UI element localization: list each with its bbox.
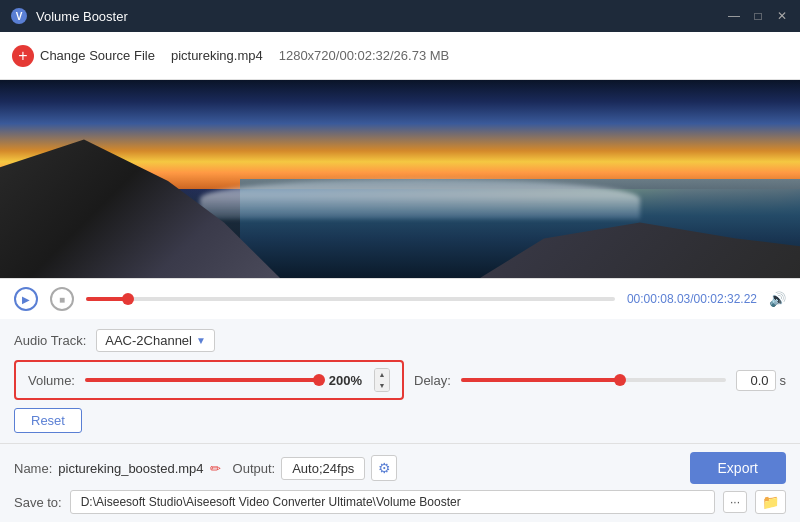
- top-bar: + Change Source File pictureking.mp4 128…: [0, 32, 800, 80]
- volume-icon[interactable]: 🔊: [769, 291, 786, 307]
- save-path: D:\Aiseesoft Studio\Aiseesoft Video Conv…: [70, 490, 715, 514]
- volume-slider[interactable]: [85, 378, 319, 382]
- save-row: Save to: D:\Aiseesoft Studio\Aiseesoft V…: [14, 490, 786, 514]
- file-name: pictureking.mp4: [171, 48, 263, 63]
- name-label: Name:: [14, 461, 52, 476]
- title-bar: V Volume Booster — □ ✕: [0, 0, 800, 32]
- audio-track-select[interactable]: AAC-2Channel ▼: [96, 329, 215, 352]
- progress-bar[interactable]: [86, 297, 615, 301]
- close-button[interactable]: ✕: [774, 8, 790, 24]
- output-row: Name: pictureking_boosted.mp4 ✏ Output: …: [14, 452, 786, 484]
- reset-row: Reset: [14, 408, 786, 433]
- delay-section: Delay: s: [414, 370, 786, 391]
- svg-text:V: V: [16, 11, 23, 22]
- save-to-label: Save to:: [14, 495, 62, 510]
- app-title: Volume Booster: [36, 9, 726, 24]
- name-field: Name: pictureking_boosted.mp4 ✏: [14, 461, 221, 476]
- bottom-bar: Name: pictureking_boosted.mp4 ✏ Output: …: [0, 443, 800, 522]
- audio-track-value: AAC-2Channel: [105, 333, 192, 348]
- file-info: 1280x720/00:02:32/26.73 MB: [279, 48, 450, 63]
- output-field: Output: Auto;24fps ⚙: [233, 455, 398, 481]
- audio-track-label: Audio Track:: [14, 333, 86, 348]
- time-display: 00:00:08.03/00:02:32.22: [627, 292, 757, 306]
- audio-track-row: Audio Track: AAC-2Channel ▼: [14, 329, 786, 352]
- settings-button[interactable]: ⚙: [371, 455, 397, 481]
- add-icon: +: [12, 45, 34, 67]
- volume-value: 200%: [329, 373, 362, 388]
- volume-box: Volume: 200% ▲ ▼: [14, 360, 404, 400]
- volume-spin-up[interactable]: ▲: [375, 369, 389, 380]
- volume-spinbox[interactable]: ▲ ▼: [374, 368, 390, 392]
- volume-slider-thumb[interactable]: [313, 374, 325, 386]
- output-value: Auto;24fps: [281, 457, 365, 480]
- open-folder-button[interactable]: 📁: [755, 490, 786, 514]
- play-button[interactable]: ▶: [14, 287, 38, 311]
- settings-area: Audio Track: AAC-2Channel ▼ Volume: 200%…: [0, 319, 800, 443]
- minimize-button[interactable]: —: [726, 8, 742, 24]
- progress-thumb[interactable]: [122, 293, 134, 305]
- video-thumbnail: [0, 80, 800, 278]
- volume-spin-down[interactable]: ▼: [375, 380, 389, 391]
- window-controls: — □ ✕: [726, 8, 790, 24]
- main-content: + Change Source File pictureking.mp4 128…: [0, 32, 800, 522]
- reset-button[interactable]: Reset: [14, 408, 82, 433]
- maximize-button[interactable]: □: [750, 8, 766, 24]
- sky-layer: [0, 80, 800, 189]
- app-icon: V: [10, 7, 28, 25]
- output-label: Output:: [233, 461, 276, 476]
- volume-slider-fill: [85, 378, 319, 382]
- browse-button[interactable]: ···: [723, 491, 747, 513]
- edit-icon[interactable]: ✏: [210, 461, 221, 476]
- delay-slider-thumb[interactable]: [614, 374, 626, 386]
- export-button[interactable]: Export: [690, 452, 786, 484]
- video-preview: [0, 80, 800, 278]
- name-value: pictureking_boosted.mp4: [58, 461, 203, 476]
- wave-layer: [200, 179, 640, 219]
- change-source-label: Change Source File: [40, 48, 155, 63]
- delay-slider-fill: [461, 378, 620, 382]
- playback-controls: ▶ ■ 00:00:08.03/00:02:32.22 🔊: [0, 278, 800, 319]
- delay-value-group: s: [736, 370, 787, 391]
- volume-label: Volume:: [28, 373, 75, 388]
- dropdown-arrow-icon: ▼: [196, 335, 206, 346]
- delay-slider[interactable]: [461, 378, 726, 382]
- stop-button[interactable]: ■: [50, 287, 74, 311]
- change-source-button[interactable]: + Change Source File: [12, 45, 155, 67]
- delay-input[interactable]: [736, 370, 776, 391]
- volume-delay-row: Volume: 200% ▲ ▼ Delay:: [14, 360, 786, 400]
- delay-unit: s: [780, 373, 787, 388]
- delay-label: Delay:: [414, 373, 451, 388]
